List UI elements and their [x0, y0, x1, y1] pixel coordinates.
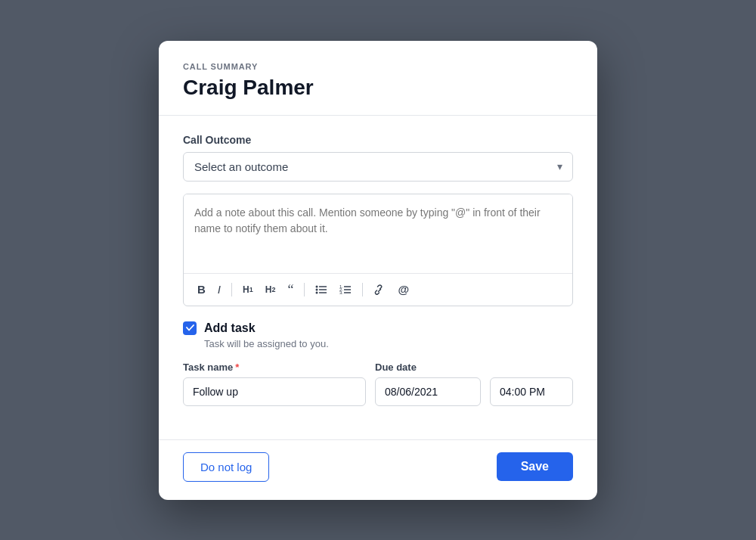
quote-button[interactable]: “: [283, 280, 298, 299]
h1-button[interactable]: H1: [238, 281, 258, 298]
bullet-list-button[interactable]: [311, 281, 332, 298]
toolbar-divider-3: [362, 283, 363, 296]
h2-button[interactable]: H2: [261, 281, 280, 298]
modal-footer: Do not log Save: [159, 439, 597, 500]
due-time-input[interactable]: [490, 377, 573, 406]
svg-point-4: [316, 291, 318, 293]
task-name-label: Task name *: [183, 362, 366, 373]
add-task-header: Add task: [183, 321, 573, 335]
add-task-section: Add task Task will be assigned to you. T…: [183, 321, 573, 406]
note-textarea[interactable]: [184, 194, 572, 270]
required-star: *: [235, 362, 239, 373]
bold-button[interactable]: B: [193, 280, 210, 299]
call-outcome-label: Call Outcome: [183, 134, 573, 146]
task-name-group: Task name *: [183, 362, 366, 406]
modal-title: Craig Palmer: [183, 76, 573, 100]
svg-point-2: [316, 288, 318, 290]
due-date-input[interactable]: [375, 377, 481, 406]
modal-body: Call Outcome Select an outcome Answered …: [159, 116, 597, 439]
save-button[interactable]: Save: [497, 452, 573, 481]
due-date-label: Due date: [375, 362, 481, 373]
due-date-group: Due date: [375, 362, 481, 406]
italic-button[interactable]: I: [213, 280, 225, 299]
task-fields: Task name * Due date Time: [183, 362, 573, 406]
svg-point-0: [316, 285, 318, 287]
toolbar-divider-1: [231, 283, 232, 296]
task-assign-note: Task will be assigned to you.: [204, 338, 573, 349]
mention-button[interactable]: @: [393, 280, 414, 299]
modal-dialog: CALL SUMMARY Craig Palmer Call Outcome S…: [159, 41, 597, 500]
add-task-label: Add task: [204, 321, 256, 335]
call-outcome-select[interactable]: Select an outcome Answered Left voicemai…: [183, 152, 573, 182]
note-toolbar: B I H1 H2 “: [184, 273, 572, 306]
note-area: B I H1 H2 “: [183, 194, 573, 306]
toolbar-divider-2: [304, 283, 305, 296]
link-button[interactable]: [369, 281, 390, 298]
call-outcome-wrapper: Select an outcome Answered Left voicemai…: [183, 152, 573, 182]
svg-text:3.: 3.: [339, 290, 343, 295]
task-name-input[interactable]: [183, 377, 366, 406]
modal-backdrop: CALL SUMMARY Craig Palmer Call Outcome S…: [0, 0, 756, 540]
due-time-group: Time: [490, 362, 573, 406]
add-task-checkbox[interactable]: [183, 321, 197, 335]
modal-header: CALL SUMMARY Craig Palmer: [159, 41, 597, 116]
call-summary-label: CALL SUMMARY: [183, 62, 573, 71]
ordered-list-button[interactable]: 1. 2. 3.: [335, 281, 356, 298]
do-not-log-button[interactable]: Do not log: [183, 452, 269, 482]
